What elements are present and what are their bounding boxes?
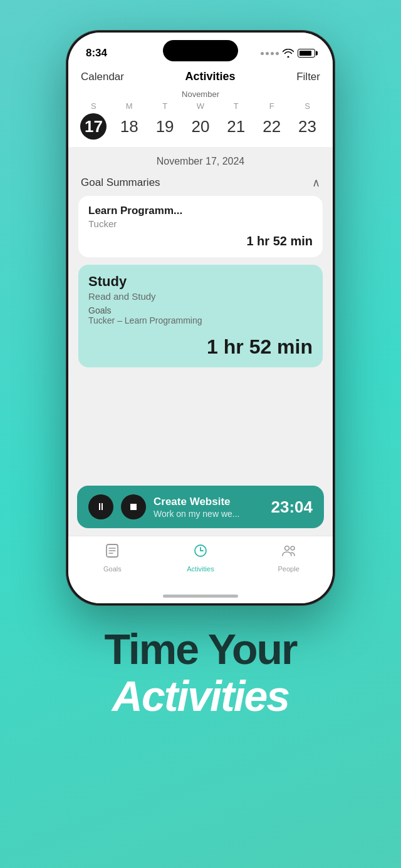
home-indicator bbox=[68, 588, 333, 603]
home-bar bbox=[163, 595, 238, 598]
status-time: 8:34 bbox=[86, 47, 107, 59]
day-22[interactable]: F 22 bbox=[256, 101, 288, 140]
calendar-strip: November S 17 M 18 T 19 W 20 bbox=[68, 89, 333, 147]
goals-value: Tucker – Learn Programming bbox=[88, 315, 313, 325]
day-20[interactable]: W 20 bbox=[185, 101, 216, 140]
card-subtitle: Tucker bbox=[88, 218, 313, 229]
day-19[interactable]: T 19 bbox=[149, 101, 180, 140]
timer-count: 23:04 bbox=[271, 498, 313, 517]
timer-info: Create Website Work on my new we... bbox=[154, 496, 264, 519]
goal-card-1[interactable]: Learn Programm... Tucker 1 hr 52 min bbox=[78, 196, 323, 257]
teal-card-time: 1 hr 52 min bbox=[88, 335, 313, 359]
timer-name: Create Website bbox=[154, 496, 264, 508]
collapse-button[interactable]: ∧ bbox=[312, 176, 320, 190]
section-title: Goal Summaries bbox=[81, 176, 160, 189]
week-row: S 17 M 18 T 19 W 20 T 21 bbox=[76, 101, 325, 140]
app-header: Calendar Activities Filter bbox=[68, 65, 333, 89]
tagline-line2: Activities bbox=[105, 673, 297, 720]
dynamic-island bbox=[163, 40, 238, 61]
day-21[interactable]: T 21 bbox=[221, 101, 252, 140]
goals-tab-label: Goals bbox=[103, 565, 122, 573]
day-18[interactable]: M 18 bbox=[113, 101, 145, 140]
teal-card-title: Study bbox=[88, 273, 313, 290]
tab-activities[interactable]: Activities bbox=[175, 543, 226, 573]
teal-card-subtitle: Read and Study bbox=[88, 291, 313, 302]
signal-icon bbox=[261, 52, 279, 55]
timer-desc: Work on my new we... bbox=[154, 509, 264, 519]
pause-button[interactable]: ⏸ bbox=[88, 494, 113, 519]
calendar-button[interactable]: Calendar bbox=[81, 71, 124, 83]
tagline-line1: Time Your bbox=[105, 626, 297, 673]
activities-tab-label: Activities bbox=[187, 565, 214, 573]
tab-goals[interactable]: Goals bbox=[87, 543, 137, 573]
day-17[interactable]: S 17 bbox=[78, 101, 109, 140]
stop-button[interactable]: ⏹ bbox=[121, 494, 146, 519]
status-icons bbox=[261, 49, 315, 58]
battery-icon bbox=[298, 49, 315, 58]
section-header: Goal Summaries ∧ bbox=[68, 171, 333, 196]
date-header: November 17, 2024 bbox=[68, 147, 333, 171]
phone-screen: 8:34 Calendar Activities Filter bbox=[68, 33, 333, 603]
activities-icon bbox=[192, 543, 209, 563]
goals-icon bbox=[104, 543, 120, 563]
goals-label: Goals bbox=[88, 305, 313, 315]
month-label: November bbox=[76, 89, 325, 99]
active-timer-bar: ⏸ ⏹ Create Website Work on my new we... … bbox=[77, 486, 324, 528]
card-title: Learn Programm... bbox=[88, 205, 313, 217]
card-time: 1 hr 52 min bbox=[88, 234, 313, 248]
tab-people[interactable]: People bbox=[264, 543, 314, 573]
svg-point-6 bbox=[291, 546, 294, 550]
people-icon bbox=[281, 543, 297, 563]
bottom-text: Time Your Activities bbox=[105, 626, 297, 720]
page-title: Activities bbox=[185, 70, 236, 83]
filter-button[interactable]: Filter bbox=[296, 71, 320, 83]
day-23[interactable]: S 23 bbox=[291, 101, 323, 140]
wifi-icon bbox=[283, 49, 294, 58]
people-tab-label: People bbox=[278, 565, 299, 573]
main-content: November 17, 2024 Goal Summaries ∧ Learn… bbox=[68, 147, 333, 481]
activity-card-study[interactable]: Study Read and Study Goals Tucker – Lear… bbox=[78, 265, 323, 367]
svg-point-5 bbox=[284, 546, 289, 551]
tab-bar: Goals Activities bbox=[68, 536, 333, 588]
phone-frame: 8:34 Calendar Activities Filter bbox=[66, 30, 335, 606]
status-bar: 8:34 bbox=[68, 33, 333, 65]
